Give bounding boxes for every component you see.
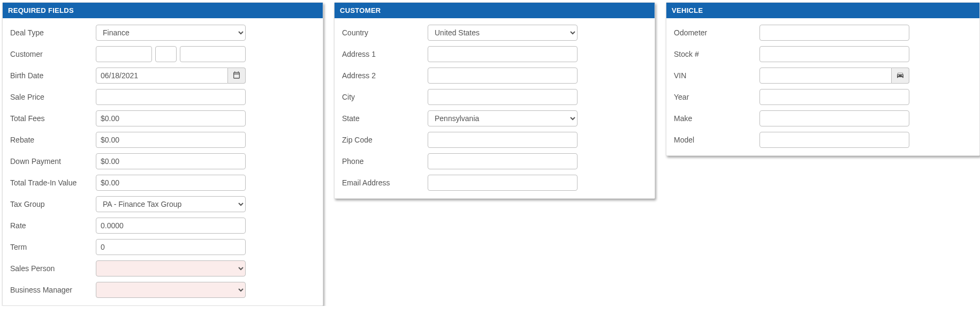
down-payment-input[interactable] [96, 153, 246, 169]
phone-input[interactable] [428, 153, 578, 169]
year-input[interactable] [759, 89, 909, 105]
address2-label: Address 2 [342, 71, 428, 80]
sale-price-input[interactable] [96, 89, 246, 105]
customer-header: CUSTOMER [335, 3, 655, 18]
customer-last-input[interactable] [180, 46, 246, 62]
rebate-label: Rebate [10, 136, 96, 144]
address1-input[interactable] [428, 46, 578, 62]
vin-lookup-button[interactable] [892, 68, 909, 84]
tax-group-select[interactable]: PA - Finance Tax Group [96, 196, 246, 212]
make-input[interactable] [759, 110, 909, 126]
rate-label: Rate [10, 221, 96, 230]
tax-group-label: Tax Group [10, 200, 96, 208]
business-manager-select[interactable] [96, 282, 246, 298]
business-manager-label: Business Manager [10, 286, 96, 294]
email-input[interactable] [428, 175, 578, 191]
email-label: Email Address [342, 178, 428, 187]
make-label: Make [674, 114, 759, 123]
sale-price-label: Sale Price [10, 93, 96, 101]
customer-middle-input[interactable] [155, 46, 177, 62]
state-select[interactable]: Pennsylvania [428, 110, 578, 126]
total-fees-input[interactable] [96, 110, 246, 126]
zip-input[interactable] [428, 132, 578, 148]
birth-date-label: Birth Date [10, 71, 96, 80]
customer-panel: CUSTOMER Country United States Address 1… [334, 2, 655, 199]
vehicle-header: VEHICLE [666, 3, 979, 18]
country-select[interactable]: United States [428, 25, 578, 41]
required-fields-panel: REQUIRED FIELDS Deal Type Finance Custom… [2, 2, 323, 306]
phone-label: Phone [342, 157, 428, 166]
vin-label: VIN [674, 71, 759, 80]
stock-input[interactable] [759, 46, 909, 62]
zip-label: Zip Code [342, 136, 428, 144]
address2-input[interactable] [428, 68, 578, 84]
stock-label: Stock # [674, 50, 759, 58]
birth-date-input[interactable] [96, 68, 228, 84]
rate-input[interactable] [96, 218, 246, 234]
deal-type-select[interactable]: Finance [96, 25, 246, 41]
model-label: Model [674, 136, 759, 144]
total-fees-label: Total Fees [10, 114, 96, 123]
trade-in-label: Total Trade-In Value [10, 178, 96, 187]
year-label: Year [674, 93, 759, 101]
deal-type-label: Deal Type [10, 28, 96, 37]
customer-first-input[interactable] [96, 46, 152, 62]
car-icon [896, 71, 905, 81]
customer-label: Customer [10, 50, 96, 58]
odometer-label: Odometer [674, 28, 759, 37]
required-fields-header: REQUIRED FIELDS [3, 3, 323, 18]
address1-label: Address 1 [342, 50, 428, 58]
country-label: Country [342, 28, 428, 37]
birth-date-picker-button[interactable] [228, 68, 246, 84]
vin-input[interactable] [759, 68, 892, 84]
city-input[interactable] [428, 89, 578, 105]
calendar-icon [232, 71, 241, 81]
rebate-input[interactable] [96, 132, 246, 148]
odometer-input[interactable] [759, 25, 909, 41]
city-label: City [342, 93, 428, 101]
term-label: Term [10, 243, 96, 251]
down-payment-label: Down Payment [10, 157, 96, 166]
sales-person-label: Sales Person [10, 264, 96, 273]
state-label: State [342, 114, 428, 123]
term-input[interactable] [96, 239, 246, 255]
sales-person-select[interactable] [96, 260, 246, 276]
vehicle-panel: VEHICLE Odometer Stock # VIN [666, 2, 980, 156]
trade-in-input[interactable] [96, 175, 246, 191]
model-input[interactable] [759, 132, 909, 148]
